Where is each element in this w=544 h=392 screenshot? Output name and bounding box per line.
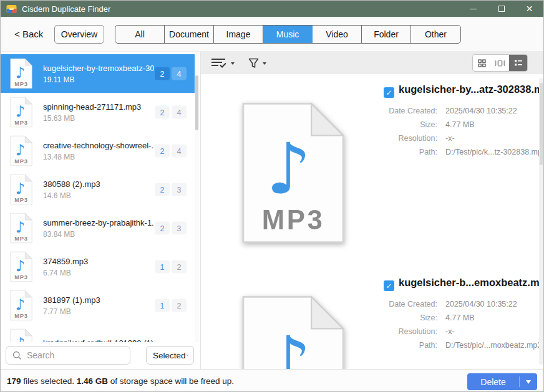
file-title: kugelsicher-b...emoxbeatz.mp3 <box>399 277 544 289</box>
file-size: 83.84 MB <box>43 230 154 239</box>
resolution-value: -x- <box>437 134 455 143</box>
mp3-file-icon <box>8 97 34 128</box>
view-mode-toggle <box>472 54 528 72</box>
category-tabs: All Document Image Music Video Folder Ot… <box>115 25 461 44</box>
file-name: summer-breez-by-prabajithk-1... <box>43 218 154 227</box>
total-count-badge: 4 <box>172 145 187 158</box>
selected-count-badge: 2 <box>155 145 170 158</box>
view-cover-button[interactable] <box>491 55 509 71</box>
search-panel: Selected <box>1 342 200 369</box>
main-toolbar <box>201 52 544 74</box>
count-badges: 2 4 <box>155 145 187 158</box>
cover-view-icon <box>495 59 505 67</box>
duplicate-group-row[interactable]: summer-breez-by-prabajithk-1... 83.84 MB… <box>1 209 195 247</box>
delete-button[interactable]: Delete <box>467 373 537 390</box>
file-size: 15.63 MB <box>43 114 141 123</box>
duplicate-group-row[interactable]: creative-technology-showreel-... 13.48 M… <box>1 131 195 170</box>
count-badges: 1 2 <box>155 299 187 312</box>
statusbar: 179 files selected. 1.46 GB of storage s… <box>1 369 543 392</box>
file-details: Date Created:2025/04/30 10:35:22 Size:4.… <box>201 104 544 159</box>
category-tab[interactable]: Music <box>263 26 313 43</box>
category-tab[interactable]: Image <box>214 26 263 43</box>
file-size: 7.77 MB <box>43 307 100 316</box>
sort-caret-icon <box>231 62 235 65</box>
list-view-icon <box>514 59 523 67</box>
file-name: creative-technology-showreel-... <box>43 141 154 150</box>
category-tab[interactable]: Video <box>313 26 362 43</box>
view-list-button[interactable] <box>509 55 527 71</box>
mp3-file-icon <box>8 213 34 244</box>
category-tab[interactable]: Other <box>411 26 460 43</box>
duplicate-group-row[interactable]: kugelsicher-by-tremoxbeatz-30... 19.11 M… <box>1 54 195 93</box>
file-name: kugelsicher-by-tremoxbeatz-30... <box>43 64 154 73</box>
file-checkbox[interactable]: ✓ <box>384 87 394 98</box>
mp3-file-icon <box>8 251 34 282</box>
category-tab[interactable]: Folder <box>362 26 411 43</box>
selected-filter-value: Selected <box>153 351 186 360</box>
sidebar-scrollbar[interactable] <box>195 52 199 342</box>
file-size: 6.74 MB <box>43 269 88 277</box>
main-panel: ✓ kugelsicher-by...atz-302838.mp3 Date C… <box>201 52 544 369</box>
count-badges: 2 3 <box>155 183 187 196</box>
count-badges: 2 3 <box>155 222 187 235</box>
view-grid-button[interactable] <box>473 55 491 71</box>
file-name: 381897 (1).mp3 <box>43 295 100 305</box>
chevron-down-icon <box>186 353 188 358</box>
titlebar: Cisdem Duplicate Finder ✕ <box>1 1 543 17</box>
back-button[interactable]: < Back <box>14 29 43 39</box>
file-name: 374859.mp3 <box>43 257 88 266</box>
status-summary: 179 files selected. 1.46 GB of storage s… <box>7 376 234 386</box>
content-scrollbar-thumb[interactable] <box>540 83 543 165</box>
size-label: Size: <box>201 313 437 322</box>
resolution-label: Resolution: <box>201 134 437 143</box>
duplicate-group-row[interactable]: spinning-head-271171.mp3 15.63 MB 2 4 <box>1 93 195 131</box>
file-details: Date Created:2025/04/30 10:35:22 Size:4.… <box>201 297 544 352</box>
filter-icon <box>248 58 259 69</box>
date-created-value: 2025/04/30 10:35:22 <box>437 107 517 115</box>
maximize-button[interactable] <box>487 1 515 17</box>
file-checkbox[interactable]: ✓ <box>384 280 394 291</box>
count-badges: 2 4 <box>155 67 187 80</box>
delete-dropdown-button[interactable] <box>520 380 537 384</box>
duplicate-group-row[interactable]: 380588 (2).mp3 14.6 MB 2 3 <box>1 170 195 209</box>
path-value: D:/Test/pic/k...tz-302838.mp3 <box>437 148 544 156</box>
category-tab[interactable]: Document <box>165 26 214 43</box>
selected-files-count: 179 <box>7 376 21 386</box>
size-value: 4.77 MB <box>437 313 475 322</box>
selected-filter-dropdown[interactable]: Selected <box>146 346 194 365</box>
selected-count-badge: 1 <box>155 299 170 312</box>
total-count-badge: 3 <box>172 183 187 196</box>
overview-button[interactable]: Overview <box>54 25 104 44</box>
duplicate-group-row[interactable]: 374859.mp3 6.74 MB 1 2 <box>1 247 195 286</box>
sort-control[interactable] <box>211 57 235 69</box>
selected-count-badge: 2 <box>155 67 170 80</box>
window-title: Cisdem Duplicate Finder <box>22 4 110 14</box>
delete-caret-icon <box>526 380 531 384</box>
filter-control[interactable] <box>248 58 266 69</box>
count-badges: 1 2 <box>155 261 187 274</box>
path-label: Path: <box>201 148 437 156</box>
search-icon <box>12 351 22 360</box>
navbar: < Back Overview All Document Image Music… <box>1 17 543 52</box>
file-size: 14.6 MB <box>43 191 100 200</box>
app-icon <box>6 4 17 14</box>
content-scrollbar[interactable] <box>539 78 543 365</box>
duplicate-group-row[interactable]: 381897 (1).mp3 7.77 MB 1 2 <box>1 286 195 325</box>
category-tab[interactable]: All <box>115 26 165 43</box>
total-count-badge: 4 <box>172 67 187 80</box>
mp3-file-icon <box>8 58 34 89</box>
count-badges: 2 4 <box>155 106 187 119</box>
total-count-badge: 3 <box>172 222 187 235</box>
app-window: Cisdem Duplicate Finder ✕ < Back Overvie… <box>0 0 544 392</box>
file-size: 19.11 MB <box>43 75 154 84</box>
freed-space-value: 1.46 GB <box>77 376 108 386</box>
search-input[interactable] <box>27 350 120 360</box>
selected-count-badge: 2 <box>155 106 170 119</box>
close-icon: ✕ <box>526 4 533 13</box>
filter-caret-icon <box>263 62 266 65</box>
path-label: Path: <box>201 341 437 350</box>
sidebar-scrollbar-thumb[interactable] <box>195 75 198 130</box>
close-button[interactable]: ✕ <box>515 1 543 17</box>
search-box[interactable] <box>6 346 130 365</box>
minimize-button[interactable] <box>459 1 487 17</box>
